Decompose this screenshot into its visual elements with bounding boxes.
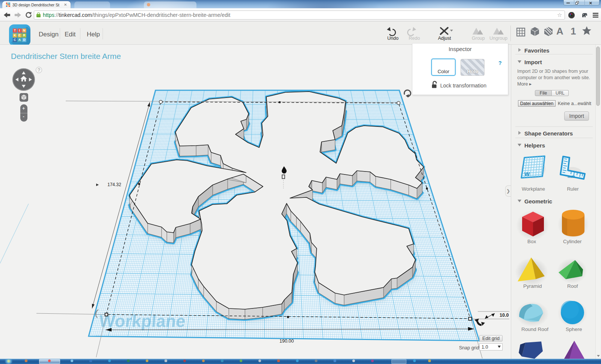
svg-text:Round Roof: Round Roof [521, 326, 548, 332]
svg-text:A: A [556, 26, 563, 37]
svg-text:Sphere: Sphere [566, 326, 582, 332]
svg-text:Group: Group [472, 36, 485, 41]
svg-text:mm: mm [568, 174, 575, 179]
svg-text:174.32: 174.32 [107, 182, 121, 187]
svg-text:190.00: 190.00 [279, 338, 294, 344]
svg-text:Cylinder: Cylinder [563, 239, 582, 244]
svg-text:Adjust: Adjust [438, 36, 451, 41]
svg-text:Redo: Redo [409, 36, 420, 41]
svg-text:10.0: 10.0 [500, 313, 509, 318]
svg-text:Box: Box [527, 239, 536, 244]
svg-text:W: W [524, 171, 530, 177]
svg-text:Ungroup: Ungroup [489, 36, 507, 41]
svg-text:Workplane: Workplane [98, 311, 186, 331]
svg-text:Roof: Roof [567, 283, 578, 289]
svg-text:Pyramid: Pyramid [523, 283, 542, 289]
svg-text:1: 1 [571, 26, 576, 37]
svg-text:Undo: Undo [387, 36, 399, 41]
